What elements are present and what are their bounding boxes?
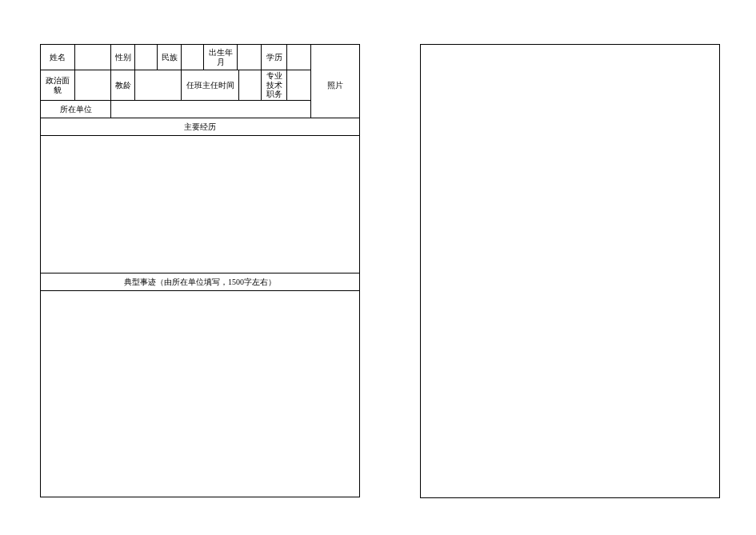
label-teaching-years: 教龄 — [111, 70, 135, 101]
form-page-right — [420, 44, 720, 498]
form-page-left: 姓名 性别 民族 出生年月 学历 政治面貌 教龄 任班主任时间 专业技术职务 照… — [40, 44, 360, 497]
value-name — [75, 45, 111, 70]
photo-cell-top — [311, 45, 359, 70]
row-1: 姓名 性别 民族 出生年月 学历 — [41, 45, 359, 70]
label-ethnicity: 民族 — [158, 45, 182, 70]
section-1-body — [41, 136, 359, 273]
photo-label: 照片 — [311, 70, 359, 101]
value-ethnicity — [182, 45, 204, 70]
label-education: 学历 — [262, 45, 287, 70]
value-unit — [111, 101, 311, 118]
value-birth — [238, 45, 262, 70]
section-2-body-row — [41, 291, 359, 497]
label-gender: 性别 — [111, 45, 135, 70]
label-birth: 出生年月 — [204, 45, 238, 70]
row-3: 所在单位 — [41, 101, 359, 118]
value-tech-title — [287, 70, 311, 101]
section-1-header-row: 主要经历 — [41, 118, 359, 136]
photo-cell-bottom — [311, 101, 359, 118]
value-gender — [135, 45, 158, 70]
section-1-title: 主要经历 — [41, 118, 359, 136]
row-2: 政治面貌 教龄 任班主任时间 专业技术职务 照片 — [41, 70, 359, 101]
label-tech-title: 专业技术职务 — [262, 70, 287, 101]
section-2-body — [41, 291, 359, 497]
label-name: 姓名 — [41, 45, 75, 70]
label-director-time: 任班主任时间 — [182, 70, 239, 101]
value-political — [75, 70, 111, 101]
value-education — [287, 45, 311, 70]
section-2-header-row: 典型事迹（由所在单位填写，1500字左右） — [41, 273, 359, 291]
label-unit: 所在单位 — [41, 101, 111, 118]
label-political: 政治面貌 — [41, 70, 75, 101]
value-teaching-years — [135, 70, 182, 101]
section-2-title: 典型事迹（由所在单位填写，1500字左右） — [41, 273, 359, 291]
section-1-body-row — [41, 136, 359, 273]
value-director-time — [239, 70, 262, 101]
